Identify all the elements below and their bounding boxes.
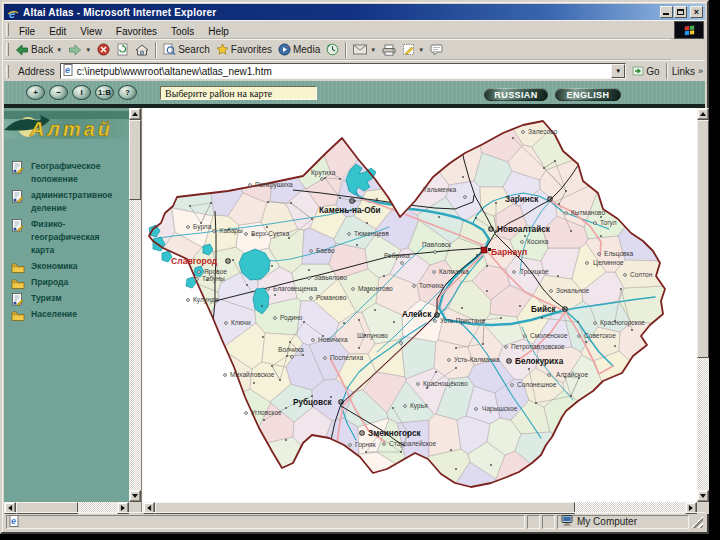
menubar-grip-handle[interactable] bbox=[6, 23, 9, 36]
city-Белокуриха[interactable]: Белокуриха bbox=[507, 357, 564, 366]
scale-map-button[interactable]: 1:B bbox=[95, 85, 114, 100]
zoom-in-map-button[interactable]: + bbox=[26, 85, 45, 100]
sidebar-item-2[interactable]: административное деление bbox=[9, 189, 125, 215]
city-Панкрушиха[interactable]: Панкрушиха bbox=[249, 181, 293, 189]
city-Усть-Пристань[interactable]: Усть-Пристань bbox=[434, 317, 486, 325]
minimize-button[interactable] bbox=[660, 6, 673, 18]
refresh-button[interactable] bbox=[113, 42, 132, 57]
history-button[interactable] bbox=[323, 42, 342, 57]
russian-button[interactable]: RUSSIAN bbox=[484, 88, 548, 101]
sidebar-item-5[interactable]: Природа bbox=[9, 276, 125, 289]
city-Угловское[interactable]: Угловское bbox=[245, 409, 282, 416]
city-Завьялово[interactable]: Завьялово bbox=[308, 274, 348, 281]
menu-file[interactable]: File bbox=[12, 24, 42, 39]
menu-tools[interactable]: Tools bbox=[164, 24, 201, 39]
map-vertical-scrollbar[interactable] bbox=[697, 108, 709, 502]
city-label: Верх-Суетка bbox=[251, 230, 290, 238]
city-label: Алейск bbox=[402, 310, 432, 319]
city-Кытманово[interactable]: Кытманово bbox=[565, 209, 606, 216]
city-Змеиногорск[interactable]: Змеиногорск bbox=[360, 429, 422, 438]
city-label: Кулунда bbox=[193, 296, 219, 304]
city-Красногорское[interactable]: Красногорское bbox=[594, 319, 646, 327]
pan-map-button[interactable]: I bbox=[72, 85, 91, 100]
city-Поспелиха[interactable]: Поспелиха bbox=[324, 354, 364, 361]
city-Староалейское[interactable]: Староалейское bbox=[383, 440, 437, 448]
sidebar-item-4[interactable]: Экономика bbox=[9, 260, 125, 273]
links-bar[interactable]: Links» bbox=[670, 66, 705, 77]
city-Новоалтайск[interactable]: Новоалтайск bbox=[489, 225, 551, 234]
scroll-thumb[interactable] bbox=[697, 120, 709, 358]
help-map-button[interactable]: ? bbox=[118, 85, 137, 100]
english-button[interactable]: ENGLISH bbox=[555, 88, 621, 101]
favorites-label: Favorites bbox=[231, 44, 272, 55]
city-Зональное[interactable]: Зональное bbox=[550, 287, 590, 294]
menu-favorites[interactable]: Favorites bbox=[109, 24, 164, 39]
ie-app-icon: e bbox=[7, 6, 19, 18]
address-input[interactable]: e c:\inetpub\wwwroot\altanew\atlas_new1.… bbox=[60, 63, 627, 79]
sidebar-vertical-scrollbar[interactable] bbox=[129, 108, 141, 502]
city-Верх-Суетка[interactable]: Верх-Суетка bbox=[245, 230, 290, 238]
city-Чарышское[interactable]: Чарышское bbox=[475, 405, 518, 413]
favorites-button[interactable]: Favorites bbox=[213, 42, 275, 57]
edit-dropdown-icon[interactable]: ▼ bbox=[418, 47, 424, 53]
back-dropdown-icon[interactable]: ▼ bbox=[56, 47, 62, 53]
city-Тюменцево[interactable]: Тюменцево bbox=[348, 230, 390, 238]
back-label: Back bbox=[31, 44, 53, 55]
city-Мамонтово[interactable]: Мамонтово bbox=[352, 285, 394, 292]
address-dropdown-button[interactable]: ▼ bbox=[611, 64, 625, 78]
sidebar-item-6[interactable]: Туризм bbox=[9, 292, 125, 305]
zoom-out-map-button[interactable]: − bbox=[49, 85, 68, 100]
scroll-down-button[interactable] bbox=[697, 490, 709, 502]
city-Краснощёково[interactable]: Краснощёково bbox=[417, 380, 468, 388]
city-Новичиха[interactable]: Новичиха bbox=[312, 336, 348, 343]
mail-button[interactable]: ▼ bbox=[350, 43, 379, 56]
city-Благовещенка[interactable]: Благовещенка bbox=[267, 285, 318, 293]
city-Романово[interactable]: Романово bbox=[310, 294, 347, 301]
print-button[interactable] bbox=[379, 43, 399, 57]
city-label: Завьялово bbox=[314, 274, 347, 281]
mail-dropdown-icon[interactable]: ▼ bbox=[370, 47, 376, 53]
scroll-thumb[interactable] bbox=[129, 120, 141, 200]
forward-dropdown-icon[interactable]: ▼ bbox=[85, 47, 91, 53]
city-label: Советское bbox=[584, 332, 616, 339]
forward-button[interactable]: ▼ bbox=[65, 43, 94, 57]
window-resize-grip[interactable] bbox=[691, 516, 703, 528]
sidebar-item-3[interactable]: Физико-географическая карта bbox=[9, 218, 125, 257]
city-Усть-Калманка[interactable]: Усть-Калманка bbox=[448, 356, 500, 363]
menu-view[interactable]: View bbox=[73, 24, 109, 39]
city-Кулунда[interactable]: Кулунда bbox=[187, 296, 219, 304]
city-Советское[interactable]: Советское bbox=[578, 332, 617, 339]
city-Михайловское[interactable]: Михайловское bbox=[224, 371, 275, 378]
home-button[interactable] bbox=[132, 43, 152, 57]
close-button[interactable]: × bbox=[690, 6, 703, 18]
status-zone-panel: My Computer bbox=[557, 515, 689, 529]
toolbar-grip-handle[interactable] bbox=[6, 43, 9, 56]
addressbar-grip-handle[interactable] bbox=[6, 65, 9, 78]
city-label: Благовещенка bbox=[273, 285, 317, 293]
city-Смоленское[interactable]: Смоленское bbox=[524, 332, 568, 339]
title-bar[interactable]: e Altai Atlas - Microsoft Internet Explo… bbox=[4, 4, 705, 20]
menu-help[interactable]: Help bbox=[201, 24, 236, 39]
city-Калманка[interactable]: Калманка bbox=[433, 268, 470, 275]
back-button[interactable]: Back▼ bbox=[12, 43, 65, 57]
sidebar-item-1[interactable]: Географическое положение bbox=[9, 160, 125, 186]
city-label: Ключи bbox=[231, 319, 251, 326]
scroll-up-button[interactable] bbox=[129, 108, 141, 120]
scroll-up-button[interactable] bbox=[697, 108, 709, 120]
scroll-down-button[interactable] bbox=[129, 490, 141, 502]
map-canvas[interactable]: СлавгородБарнаулКамень-на-ОбиЗаринскНово… bbox=[143, 108, 697, 502]
go-button[interactable]: Go bbox=[626, 65, 663, 77]
edit-button[interactable]: ▼ bbox=[399, 42, 427, 57]
sidebar-item-7[interactable]: Население bbox=[9, 308, 125, 321]
menu-edit[interactable]: Edit bbox=[42, 24, 73, 39]
city-Солонешное[interactable]: Солонешное bbox=[511, 381, 557, 388]
city-Петропавловское[interactable]: Петропавловское bbox=[505, 343, 565, 351]
search-button[interactable]: Search bbox=[160, 42, 213, 57]
discuss-button[interactable] bbox=[427, 43, 446, 57]
city-label: Топчиха bbox=[419, 282, 444, 289]
media-button[interactable]: Media bbox=[275, 42, 323, 57]
stop-button[interactable] bbox=[94, 42, 113, 57]
maximize-button[interactable] bbox=[674, 6, 687, 18]
district-select-input[interactable]: Выберите район на карте bbox=[160, 86, 317, 100]
mail-icon bbox=[353, 44, 367, 55]
